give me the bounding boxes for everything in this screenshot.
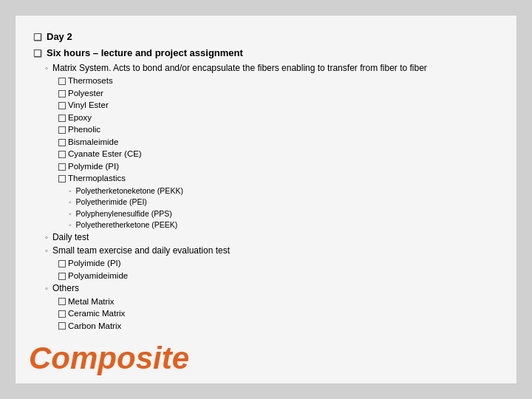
composite-title: Composite bbox=[29, 341, 189, 376]
bullet-day2: ❑ Day 2 bbox=[33, 30, 499, 44]
bullet-dot-others: ◦ bbox=[45, 283, 48, 294]
sub-pps: ◦ Polyphenylenesulfide (PPS) bbox=[33, 208, 499, 219]
bullet-dot-daily: ◦ bbox=[45, 232, 48, 243]
checkbox-carbon-matrix bbox=[58, 322, 66, 330]
small-team-item: ◦ Small team exercise and daily evaluati… bbox=[33, 245, 499, 256]
cb-vinyl-ester: Vinyl Ester bbox=[33, 100, 499, 112]
sub-pei: ◦ Polyetherimide (PEI) bbox=[33, 197, 499, 208]
bullet-dot-peek: ◦ bbox=[69, 220, 72, 231]
checkbox-epoxy bbox=[58, 115, 66, 122]
cb-cyanate-ester: Cyanate Ester (CE) bbox=[33, 149, 499, 160]
bullet-dot-matrix: ◦ bbox=[45, 63, 48, 74]
cb-thermoplastics: Thermoplastics bbox=[33, 173, 499, 185]
bullet-dot-pekk: ◦ bbox=[69, 186, 72, 197]
cb-epoxy: Epoxy bbox=[33, 112, 499, 124]
cb-carbon-matrix: Carbon Matrix bbox=[33, 321, 499, 332]
daily-test-item: ◦ Daily test bbox=[33, 231, 499, 243]
sub-pekk: ◦ Polyetherketoneketone (PEKK) bbox=[33, 185, 499, 197]
checkbox-thermosets bbox=[58, 78, 66, 85]
bullet-dot-pei: ◦ bbox=[69, 197, 72, 208]
cb-polymide: Polymide (PI) bbox=[33, 161, 499, 173]
checkbox-icon-six-hours: ❑ bbox=[33, 47, 42, 61]
checkbox-polyimide-pi bbox=[58, 260, 66, 267]
checkbox-phenolic bbox=[58, 126, 66, 134]
cb-polyester: Polyester bbox=[33, 88, 499, 100]
checkbox-metal-matrix bbox=[58, 298, 66, 305]
cb-polyamideimide: Polyamideimide bbox=[33, 270, 499, 282]
slide: ❑ Day 2 ❑ Six hours – lecture and projec… bbox=[15, 15, 517, 384]
cb-bismaleimide: Bismaleimide bbox=[33, 137, 499, 149]
checkbox-cyanate-ester bbox=[58, 151, 66, 158]
checkbox-thermoplastics bbox=[58, 175, 66, 183]
matrix-system-item: ◦ Matrix System. Acts to bond and/or enc… bbox=[33, 62, 499, 74]
checkbox-polyamideimide bbox=[58, 273, 66, 280]
checkbox-bismaleimide bbox=[58, 139, 66, 146]
checkbox-vinyl-ester bbox=[58, 102, 66, 109]
cb-ceramic-matrix: Ceramic Matrix bbox=[33, 308, 499, 320]
cb-metal-matrix: Metal Matrix bbox=[33, 296, 499, 308]
others-item: ◦ Others bbox=[33, 282, 499, 294]
bullet-dot-team: ◦ bbox=[45, 245, 48, 256]
bullet-six-hours: ❑ Six hours – lecture and project assign… bbox=[33, 47, 499, 61]
sub-peek: ◦ Polyetheretherketone (PEEK) bbox=[33, 219, 499, 231]
checkbox-ceramic-matrix bbox=[58, 310, 66, 318]
cb-polyimide-pi: Polyimide (PI) bbox=[33, 258, 499, 270]
checkbox-icon-day2: ❑ bbox=[33, 31, 42, 44]
checkbox-polymide bbox=[58, 163, 66, 171]
bullet-dot-pps: ◦ bbox=[69, 209, 72, 219]
cb-phenolic: Phenolic bbox=[33, 124, 499, 136]
checkbox-polyester bbox=[58, 90, 66, 98]
content-area: ❑ Day 2 ❑ Six hours – lecture and projec… bbox=[33, 30, 499, 332]
cb-thermosets: Thermosets bbox=[33, 75, 499, 87]
